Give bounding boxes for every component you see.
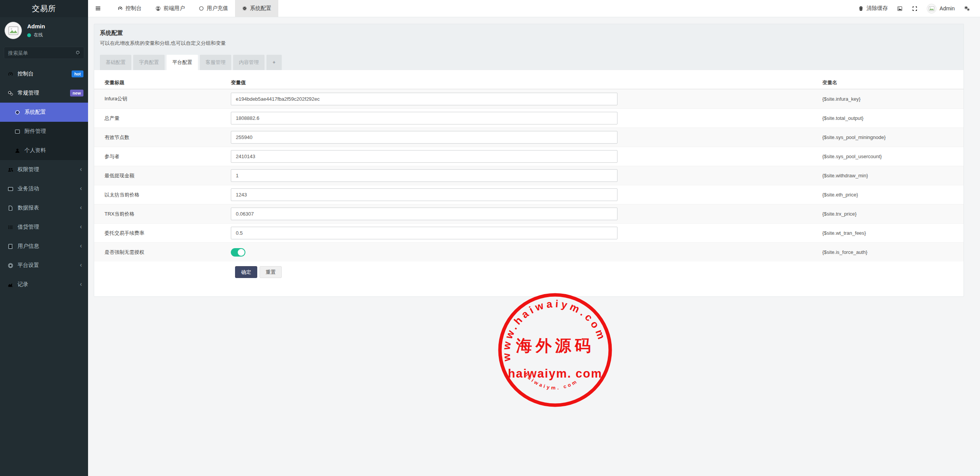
variable-value-input[interactable] bbox=[231, 188, 617, 201]
sidebar-toggle-button[interactable] bbox=[88, 0, 111, 17]
app-logo[interactable]: 交易所 bbox=[0, 0, 88, 17]
chevron-left-icon: ‹ bbox=[80, 185, 82, 192]
variable-name: {$site.trx_price} bbox=[822, 211, 964, 217]
sidebar-item-业务活动[interactable]: 业务活动 ‹ bbox=[0, 179, 88, 198]
sidebar-item-记录[interactable]: 记录 ‹ bbox=[0, 275, 88, 294]
sidebar-item-数据报表[interactable]: 数据报表 ‹ bbox=[0, 198, 88, 218]
variable-title: Infura公钥 bbox=[94, 95, 231, 102]
hamburger-icon bbox=[95, 5, 101, 11]
variable-title: 委托交易手续费率 bbox=[94, 230, 231, 237]
sidebar-item-label: 附件管理 bbox=[24, 128, 46, 135]
topnav-tab-系统配置[interactable]: 系统配置 bbox=[235, 0, 278, 17]
newspaper-icon bbox=[6, 186, 15, 192]
table-row: Infura公钥 {$site.infura_key} bbox=[94, 89, 964, 108]
variable-name: {$site.eth_price} bbox=[822, 192, 964, 198]
sidebar-item-平台设置[interactable]: 平台设置 ‹ bbox=[0, 256, 88, 275]
user-circle-icon bbox=[155, 6, 161, 11]
file-text-icon bbox=[6, 205, 15, 211]
table-header-row: 变量标题 变量值 变量名 bbox=[94, 76, 964, 89]
topnav-tab-label: 控制台 bbox=[126, 5, 142, 12]
chevron-left-icon: ‹ bbox=[80, 262, 82, 268]
variable-title: 最低提现金额 bbox=[94, 172, 231, 179]
broken-image-icon bbox=[8, 25, 19, 36]
sidebar-item-label: 平台设置 bbox=[18, 262, 39, 269]
table-row: 最低提现金额 {$site.withdraw_min} bbox=[94, 166, 964, 185]
sidebar-item-label: 权限管理 bbox=[18, 166, 39, 173]
users-icon bbox=[6, 167, 15, 173]
sidebar: 交易所 Admin 在线 控制台 hot ‹ 常规管理 new ‹ 系统配置 ‹ bbox=[0, 0, 88, 476]
variable-value-input[interactable] bbox=[231, 169, 617, 182]
user-name: Admin bbox=[27, 23, 45, 29]
sidebar-item-label: 数据报表 bbox=[18, 204, 39, 211]
clear-cache-button[interactable]: 清除缓存 bbox=[854, 5, 892, 12]
clear-cache-label: 清除缓存 bbox=[866, 5, 888, 12]
navbar-username: Admin bbox=[939, 5, 955, 11]
list-icon bbox=[6, 224, 15, 230]
sidebar-search-input[interactable] bbox=[8, 50, 75, 56]
variable-value-input[interactable] bbox=[231, 112, 617, 124]
avatar bbox=[927, 4, 936, 13]
sidebar-item-个人资料[interactable]: 个人资料 ‹ bbox=[0, 141, 88, 160]
sidebar-item-控制台[interactable]: 控制台 hot ‹ bbox=[0, 64, 88, 83]
sidebar-item-附件管理[interactable]: 附件管理 ‹ bbox=[0, 122, 88, 141]
variable-title: 是否强制无需授权 bbox=[94, 249, 231, 256]
topnav-tab-前端用户[interactable]: 前端用户 bbox=[149, 0, 192, 17]
circle-o-icon bbox=[199, 6, 204, 11]
variable-value-input[interactable] bbox=[231, 150, 617, 163]
switch-toggle[interactable] bbox=[231, 248, 245, 257]
table-row: 参与者 {$site.sys_pool_usercount} bbox=[94, 147, 964, 166]
settings-button[interactable] bbox=[959, 5, 975, 11]
config-tabs: 基础配置字典配置平台配置客服管理内容管理+ bbox=[94, 55, 964, 70]
config-tab-平台配置[interactable]: 平台配置 bbox=[167, 55, 198, 70]
gears-icon bbox=[6, 90, 15, 96]
gear-icon bbox=[13, 110, 21, 115]
reset-button[interactable]: 重置 bbox=[260, 266, 282, 278]
submit-button[interactable]: 确定 bbox=[235, 266, 257, 278]
gauge-icon bbox=[118, 6, 123, 11]
variable-title: 以太坊当前价格 bbox=[94, 191, 231, 198]
language-button[interactable] bbox=[892, 6, 907, 11]
variable-title: TRX当前价格 bbox=[94, 211, 231, 218]
config-tab-字典配置[interactable]: 字典配置 bbox=[133, 55, 165, 70]
bullseye-icon bbox=[6, 263, 15, 268]
sidebar-item-借贷管理[interactable]: 借贷管理 ‹ bbox=[0, 218, 88, 237]
config-tab-基础配置[interactable]: 基础配置 bbox=[100, 55, 131, 70]
topnav-tab-控制台[interactable]: 控制台 bbox=[111, 0, 149, 17]
sidebar-item-label: 记录 bbox=[18, 281, 28, 288]
expand-icon bbox=[912, 6, 918, 11]
chevron-left-icon: ‹ bbox=[80, 166, 82, 173]
variable-title: 参与者 bbox=[94, 153, 231, 160]
variable-value-input[interactable] bbox=[231, 131, 617, 144]
table-row: 总产量 {$site.total_output} bbox=[94, 108, 964, 128]
config-tab-内容管理[interactable]: 内容管理 bbox=[233, 55, 265, 70]
gear-icon bbox=[242, 6, 247, 11]
sidebar-item-用户信息[interactable]: 用户信息 ‹ bbox=[0, 237, 88, 256]
online-status-icon bbox=[27, 33, 31, 37]
user-menu[interactable]: Admin bbox=[922, 4, 959, 13]
topnav-tab-用户充值[interactable]: 用户充值 bbox=[192, 0, 235, 17]
sidebar-menu: 控制台 hot ‹ 常规管理 new ‹ 系统配置 ‹ 附件管理 ‹ 个人资料 … bbox=[0, 64, 88, 294]
variable-name: {$site.infura_key} bbox=[822, 96, 964, 102]
variable-title: 总产量 bbox=[94, 115, 231, 122]
topnav-tab-label: 用户充值 bbox=[207, 5, 228, 12]
top-navbar: 控制台 前端用户 用户充值 系统配置 清除缓存 Admin bbox=[88, 0, 980, 17]
variable-value-input[interactable] bbox=[231, 227, 617, 239]
sidebar-item-label: 控制台 bbox=[18, 70, 34, 77]
avatar bbox=[5, 22, 22, 39]
search-icon[interactable] bbox=[75, 50, 81, 56]
config-tab-客服管理[interactable]: 客服管理 bbox=[200, 55, 231, 70]
file-image-icon bbox=[897, 6, 903, 11]
user-status: 在线 bbox=[27, 32, 45, 38]
sidebar-item-权限管理[interactable]: 权限管理 ‹ bbox=[0, 160, 88, 179]
add-tab-button[interactable]: + bbox=[266, 55, 282, 70]
gears-icon bbox=[964, 5, 970, 11]
fullscreen-button[interactable] bbox=[907, 6, 922, 11]
table-row: 是否强制无需授权 {$site.is_force_auth} bbox=[94, 242, 964, 262]
sidebar-item-常规管理[interactable]: 常规管理 new ‹ bbox=[0, 83, 88, 103]
sidebar-item-系统配置[interactable]: 系统配置 ‹ bbox=[0, 103, 88, 122]
chart-icon bbox=[6, 282, 15, 288]
variable-value-input[interactable] bbox=[231, 93, 617, 105]
variable-value-input[interactable] bbox=[231, 208, 617, 220]
gauge-icon bbox=[6, 71, 15, 77]
badge: new bbox=[70, 90, 83, 97]
